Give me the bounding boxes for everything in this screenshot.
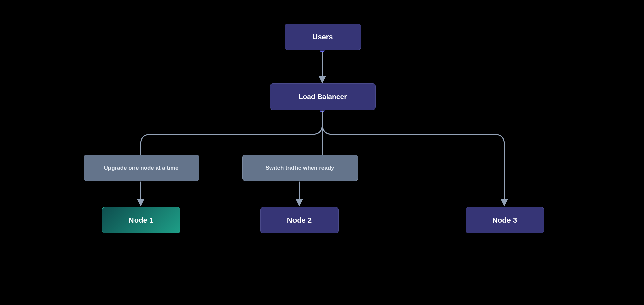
diagram-canvas: Users Load Balancer Upgrade one node at … (58, 0, 586, 259)
node-1-label: Node 1 (129, 216, 153, 225)
note-switch-label: Switch traffic when ready (266, 165, 334, 171)
note-switch-box: Switch traffic when ready (242, 155, 358, 181)
note-upgrade-label: Upgrade one node at a time (104, 165, 179, 171)
node-1-box: Node 1 (102, 207, 180, 233)
users-box: Users (285, 24, 361, 50)
node-2-label: Node 2 (287, 216, 312, 225)
load-balancer-box: Load Balancer (270, 83, 376, 110)
note-upgrade-box: Upgrade one node at a time (84, 155, 199, 181)
node-2-box: Node 2 (260, 207, 339, 233)
users-label: Users (312, 33, 333, 41)
node-3-box: Node 3 (466, 207, 544, 233)
load-balancer-label: Load Balancer (299, 93, 347, 101)
node-3-label: Node 3 (492, 216, 517, 225)
